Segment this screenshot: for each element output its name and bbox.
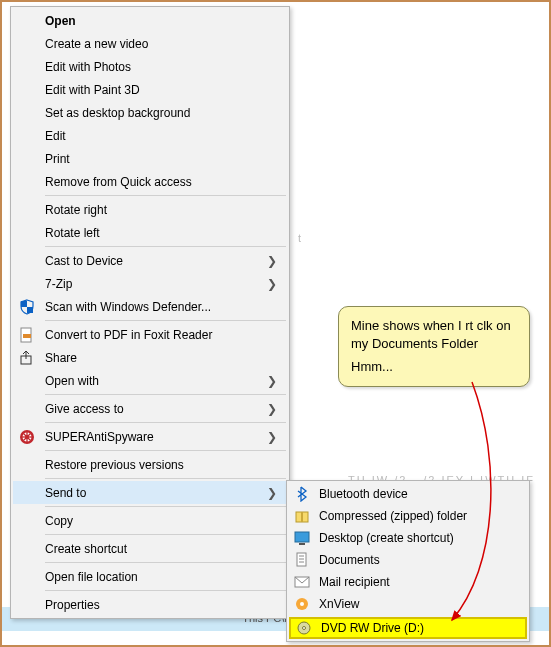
blank-icon <box>13 78 41 101</box>
defender-icon <box>13 295 41 318</box>
blank-icon <box>13 272 41 295</box>
menu-item-rotate-left[interactable]: Rotate left <box>13 221 287 244</box>
xnview-icon <box>289 593 315 616</box>
menu-item-rotate-right[interactable]: Rotate right <box>13 198 287 221</box>
submenu-arrow-icon: ❯ <box>267 486 281 500</box>
svg-rect-3 <box>23 334 31 338</box>
menu-item-label: Give access to <box>41 402 267 416</box>
menu-item-label: Rotate left <box>41 226 267 240</box>
submenu-item-label: DVD RW Drive (D:) <box>317 621 519 635</box>
blank-icon <box>13 481 41 504</box>
menu-separator <box>45 590 286 591</box>
menu-item-send-to[interactable]: Send to❯ <box>13 481 287 504</box>
submenu-item-desktop-create-shortcut[interactable]: Desktop (create shortcut) <box>289 527 527 549</box>
blank-icon <box>13 147 41 170</box>
menu-item-convert-to-pdf-in-foxit-reader[interactable]: Convert to PDF in Foxit Reader <box>13 323 287 346</box>
menu-item-set-as-desktop-background[interactable]: Set as desktop background <box>13 101 287 124</box>
menu-item-give-access-to[interactable]: Give access to❯ <box>13 397 287 420</box>
menu-item-label: Set as desktop background <box>41 106 267 120</box>
menu-item-edit[interactable]: Edit <box>13 124 287 147</box>
menu-item-label: Share <box>41 351 267 365</box>
menu-item-scan-with-windows-defender[interactable]: Scan with Windows Defender... <box>13 295 287 318</box>
blank-icon <box>13 198 41 221</box>
menu-item-label: Create a new video <box>41 37 267 51</box>
menu-item-share[interactable]: Share <box>13 346 287 369</box>
submenu-item-xnview[interactable]: XnView <box>289 593 527 615</box>
documents-icon <box>289 549 315 572</box>
submenu-arrow-icon: ❯ <box>267 374 281 388</box>
submenu-arrow-icon: ❯ <box>267 430 281 444</box>
pdf-icon <box>13 323 41 346</box>
menu-item-remove-from-quick-access[interactable]: Remove from Quick access <box>13 170 287 193</box>
menu-item-properties[interactable]: Properties <box>13 593 287 616</box>
menu-separator <box>45 534 286 535</box>
submenu-item-compressed-zipped-folder[interactable]: Compressed (zipped) folder <box>289 505 527 527</box>
svg-rect-14 <box>295 532 309 542</box>
menu-item-label: Convert to PDF in Foxit Reader <box>41 328 267 342</box>
blank-icon <box>13 537 41 560</box>
menu-separator <box>45 562 286 563</box>
menu-item-label: Remove from Quick access <box>41 175 267 189</box>
menu-item-label: Copy <box>41 514 267 528</box>
menu-item-label: Cast to Device <box>41 254 267 268</box>
mail-icon <box>289 571 315 594</box>
menu-item-label: Open file location <box>41 570 267 584</box>
menu-item-label: Scan with Windows Defender... <box>41 300 267 314</box>
svg-rect-1 <box>27 307 33 313</box>
blank-icon <box>13 55 41 78</box>
submenu-arrow-icon: ❯ <box>267 277 281 291</box>
submenu-item-label: Bluetooth device <box>315 487 521 501</box>
bg-text: t <box>298 232 301 244</box>
menu-item-open[interactable]: Open <box>13 9 287 32</box>
menu-item-label: Edit with Photos <box>41 60 267 74</box>
menu-item-label: Open with <box>41 374 267 388</box>
menu-item-label: Create shortcut <box>41 542 267 556</box>
menu-item-7-zip[interactable]: 7-Zip❯ <box>13 272 287 295</box>
svg-point-22 <box>300 602 304 606</box>
menu-item-label: Open <box>41 14 267 28</box>
menu-item-create-shortcut[interactable]: Create shortcut <box>13 537 287 560</box>
share-icon <box>13 346 41 369</box>
menu-separator <box>45 422 286 423</box>
menu-separator <box>45 195 286 196</box>
menu-item-restore-previous-versions[interactable]: Restore previous versions <box>13 453 287 476</box>
menu-item-label: Send to <box>41 486 267 500</box>
blank-icon <box>13 509 41 532</box>
menu-item-edit-with-paint-3d[interactable]: Edit with Paint 3D <box>13 78 287 101</box>
menu-item-open-with[interactable]: Open with❯ <box>13 369 287 392</box>
submenu-item-label: Mail recipient <box>315 575 521 589</box>
context-menu: OpenCreate a new videoEdit with PhotosEd… <box>10 6 290 619</box>
submenu-item-mail-recipient[interactable]: Mail recipient <box>289 571 527 593</box>
desktop-icon <box>289 527 315 550</box>
menu-separator <box>45 394 286 395</box>
menu-item-copy[interactable]: Copy <box>13 509 287 532</box>
blank-icon <box>13 221 41 244</box>
menu-item-create-a-new-video[interactable]: Create a new video <box>13 32 287 55</box>
menu-item-superantispyware[interactable]: SUPERAntiSpyware❯ <box>13 425 287 448</box>
blank-icon <box>13 453 41 476</box>
menu-item-label: SUPERAntiSpyware <box>41 430 267 444</box>
sas-icon <box>13 425 41 448</box>
blank-icon <box>13 32 41 55</box>
menu-item-open-file-location[interactable]: Open file location <box>13 565 287 588</box>
callout-line1: Mine shows when I rt clk on my Documents… <box>351 317 517 352</box>
blank-icon <box>13 565 41 588</box>
submenu-item-dvd-rw-drive[interactable]: DVD RW Drive (D:) <box>289 617 527 639</box>
menu-item-label: Edit with Paint 3D <box>41 83 267 97</box>
blank-icon <box>13 124 41 147</box>
submenu-item-bluetooth-device[interactable]: Bluetooth device <box>289 483 527 505</box>
menu-item-label: Restore previous versions <box>41 458 267 472</box>
blank-icon <box>13 249 41 272</box>
svg-rect-13 <box>301 512 303 522</box>
callout-line2: Hmm... <box>351 358 517 376</box>
submenu-item-documents[interactable]: Documents <box>289 549 527 571</box>
blank-icon <box>13 9 41 32</box>
menu-separator <box>45 478 286 479</box>
blank-icon <box>13 170 41 193</box>
menu-item-edit-with-photos[interactable]: Edit with Photos <box>13 55 287 78</box>
menu-separator <box>45 450 286 451</box>
menu-item-cast-to-device[interactable]: Cast to Device❯ <box>13 249 287 272</box>
menu-item-print[interactable]: Print <box>13 147 287 170</box>
menu-item-label: Properties <box>41 598 267 612</box>
zip-icon <box>289 505 315 528</box>
